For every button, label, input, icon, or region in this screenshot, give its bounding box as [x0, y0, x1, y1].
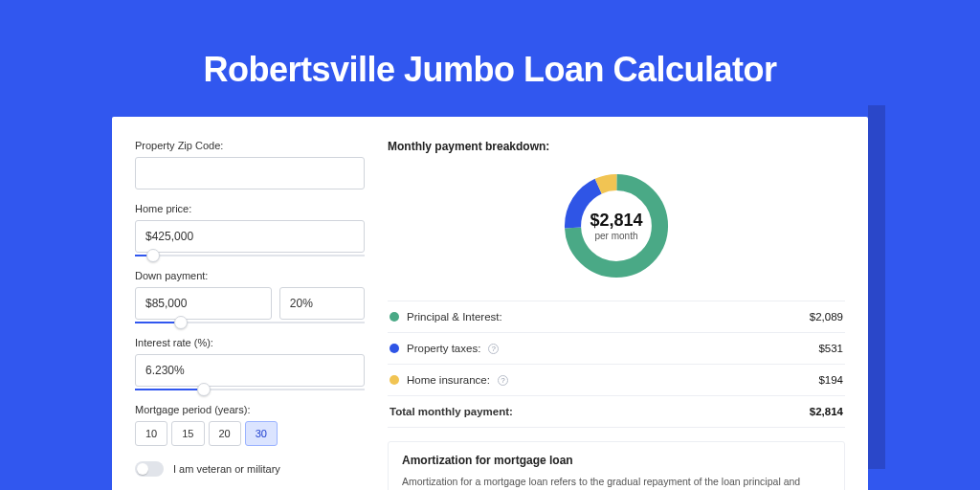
hero: Robertsville Jumbo Loan Calculator	[0, 0, 980, 90]
legend-row-taxes: Property taxes: ? $531	[388, 333, 845, 365]
donut-chart-wrap: $2,814 per month	[388, 163, 845, 301]
price-label: Home price:	[135, 203, 365, 214]
price-input[interactable]	[135, 220, 365, 253]
period-field: Mortgage period (years): 10 15 20 30	[135, 404, 365, 446]
toggle-knob	[137, 463, 148, 475]
price-field: Home price:	[135, 203, 365, 256]
info-icon[interactable]: ?	[488, 344, 499, 354]
dot-icon	[390, 344, 399, 353]
breakdown-panel: Monthly payment breakdown: $2,814 per mo…	[388, 140, 845, 490]
donut-sub: per month	[594, 231, 637, 241]
breakdown-title: Monthly payment breakdown:	[388, 140, 845, 153]
dot-icon	[390, 312, 399, 322]
rate-slider-thumb[interactable]	[197, 383, 211, 396]
legend-label: Home insurance:	[407, 374, 490, 386]
rate-slider[interactable]	[135, 389, 365, 390]
page-title: Robertsville Jumbo Loan Calculator	[0, 50, 980, 90]
legend-total-label: Total monthly payment:	[390, 406, 513, 417]
amortization-section: Amortization for mortgage loan Amortizat…	[388, 441, 845, 490]
period-option-15[interactable]: 15	[171, 421, 204, 446]
down-field: Down payment:	[135, 270, 365, 323]
rate-field: Interest rate (%):	[135, 337, 365, 390]
legend-row-total: Total monthly payment: $2,814	[388, 396, 845, 428]
info-icon[interactable]: ?	[498, 375, 508, 386]
form-panel: Property Zip Code: Home price: Down paym…	[135, 140, 365, 490]
zip-input[interactable]	[135, 157, 365, 189]
legend-label: Principal & Interest:	[407, 311, 502, 323]
price-slider-thumb[interactable]	[146, 249, 160, 262]
amortization-text: Amortization for a mortgage loan refers …	[402, 475, 831, 490]
veteran-label: I am veteran or military	[173, 463, 280, 475]
down-percent-input[interactable]	[279, 287, 365, 320]
donut-center: $2,814 per month	[559, 168, 674, 283]
period-label: Mortgage period (years):	[135, 404, 365, 415]
donut-amount: $2,814	[590, 211, 642, 231]
legend-label: Property taxes:	[407, 343, 480, 354]
donut-chart: $2,814 per month	[559, 168, 674, 283]
down-label: Down payment:	[135, 270, 365, 281]
period-option-20[interactable]: 20	[209, 421, 241, 446]
zip-label: Property Zip Code:	[135, 140, 365, 151]
veteran-toggle[interactable]	[135, 461, 164, 477]
dot-icon	[390, 375, 399, 385]
zip-field: Property Zip Code:	[135, 140, 365, 189]
legend-value: $194	[818, 374, 843, 386]
period-option-30[interactable]: 30	[245, 421, 278, 446]
veteran-row: I am veteran or military	[135, 461, 365, 477]
down-amount-input[interactable]	[135, 287, 272, 320]
period-option-10[interactable]: 10	[135, 421, 167, 446]
rate-label: Interest rate (%):	[135, 337, 365, 348]
rate-input[interactable]	[135, 354, 365, 387]
legend-row-principal: Principal & Interest: $2,089	[388, 301, 845, 333]
legend-value: $2,089	[810, 311, 843, 323]
legend-total-value: $2,814	[810, 406, 843, 417]
legend: Principal & Interest: $2,089 Property ta…	[388, 301, 845, 428]
legend-row-insurance: Home insurance: ? $194	[388, 365, 845, 396]
price-slider[interactable]	[135, 255, 365, 256]
period-options: 10 15 20 30	[135, 421, 365, 446]
amortization-title: Amortization for mortgage loan	[402, 454, 831, 467]
calculator-card: Property Zip Code: Home price: Down paym…	[112, 117, 868, 490]
down-slider-thumb[interactable]	[174, 316, 188, 329]
down-slider[interactable]	[135, 322, 365, 323]
legend-value: $531	[818, 343, 843, 354]
